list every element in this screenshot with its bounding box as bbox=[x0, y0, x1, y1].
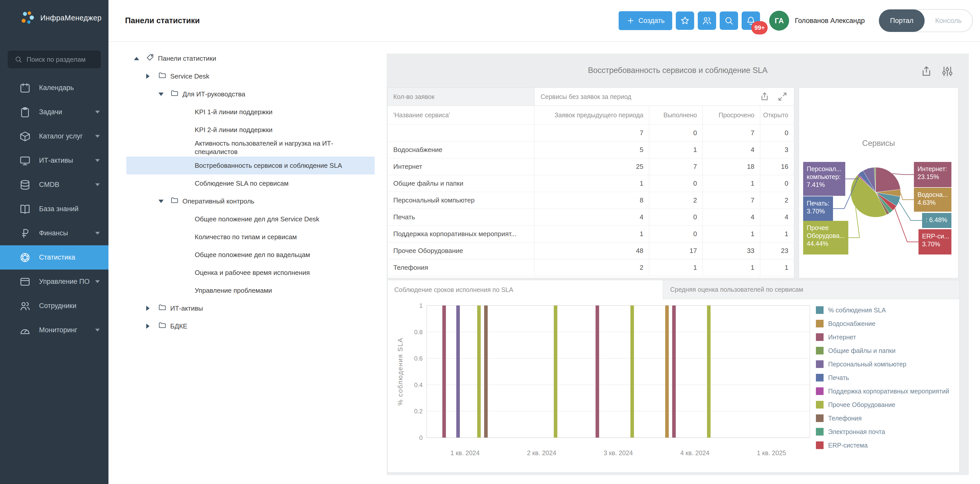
table-cell: 7 bbox=[649, 159, 703, 175]
tab-sla-compliance[interactable]: Соблюдение сроков исполнения по SLA bbox=[388, 280, 663, 299]
toggle-portal[interactable]: Портал bbox=[879, 10, 925, 32]
tree-item[interactable]: KPI 1-й линии поддержки bbox=[126, 103, 375, 121]
pie-callout-label: Прочее bbox=[807, 224, 829, 231]
brand: ИнфраМенеджер bbox=[19, 10, 102, 25]
table-cell: 33 bbox=[703, 243, 760, 259]
tree-item[interactable]: БДКЕ bbox=[126, 317, 375, 335]
export-icon[interactable] bbox=[920, 65, 933, 78]
tree-item[interactable]: Активность пользователей и нагрузка на И… bbox=[126, 139, 375, 157]
export-icon[interactable] bbox=[759, 91, 770, 102]
legend-item[interactable]: Поддержка корпоративных мероприятий bbox=[816, 387, 949, 395]
tree-item-label: ИТ-активы bbox=[170, 304, 203, 313]
settings-sliders-icon[interactable] bbox=[941, 65, 954, 78]
table-cell: 0 bbox=[649, 226, 703, 243]
tree-item[interactable]: Общее положение дел по вадельцам bbox=[126, 246, 375, 264]
legend-item[interactable]: Персональный компьютер bbox=[816, 360, 949, 368]
users-button[interactable] bbox=[698, 11, 716, 30]
legend-item[interactable]: Телефония bbox=[816, 414, 949, 422]
sidebar-item[interactable]: Статистика bbox=[0, 245, 108, 270]
tree-right-arrow-icon bbox=[146, 74, 150, 79]
table-cell: 3 bbox=[760, 141, 794, 159]
sidebar-item[interactable]: Каталог услуг bbox=[0, 124, 108, 148]
legend-item[interactable]: ERP-система bbox=[816, 441, 949, 449]
tree-item-label: Общее положение дел для Service Desk bbox=[195, 215, 319, 224]
table-cell: 16 bbox=[760, 159, 794, 175]
tree-item[interactable]: Оперативный контроль bbox=[126, 192, 375, 210]
table-cell: 8 bbox=[535, 192, 649, 209]
dashboard-title: Восстребованность сервисов и соблюдение … bbox=[387, 66, 969, 75]
services-icon bbox=[19, 130, 31, 142]
sidebar-item[interactable]: CMDB bbox=[0, 173, 108, 197]
y-axis-label: % соблюдения SLA bbox=[396, 338, 404, 406]
pie-callout-label: Интернет: bbox=[918, 165, 947, 172]
legend-item[interactable]: Интернет bbox=[816, 333, 949, 341]
tree-down-arrow-icon bbox=[159, 200, 164, 203]
sidebar-item[interactable]: Календарь bbox=[0, 76, 108, 100]
finance-icon bbox=[19, 227, 31, 239]
table-cell: 7 bbox=[703, 192, 760, 209]
table-cell: 18 bbox=[703, 159, 760, 175]
search-placeholder: Поиск по разделам bbox=[27, 56, 86, 63]
service-name-cell: Водоснабжение bbox=[388, 141, 535, 159]
legend-item[interactable]: Печать bbox=[816, 374, 949, 381]
tree-item[interactable]: Управление проблемами bbox=[126, 281, 375, 299]
tree-item[interactable]: KPI 2-й линии поддержки bbox=[126, 121, 375, 139]
legend-label: Телефония bbox=[828, 415, 862, 422]
legend-item[interactable]: Общие файлы и папки bbox=[816, 347, 949, 354]
tab-request-count[interactable]: Кол-во заявок bbox=[388, 88, 535, 106]
y-tick-label: 0.6 bbox=[414, 355, 423, 362]
sidebar-item[interactable]: Мониторинг bbox=[0, 318, 108, 342]
cmdb-icon bbox=[19, 179, 31, 191]
tree-item-label: Оперативный контроль bbox=[183, 197, 255, 206]
sla-bar-chart: 00.20.40.60.81% соблюдения SLA1 кв. 2024… bbox=[388, 299, 815, 472]
tab-services-without-requests[interactable]: Сервисы без заявок за период bbox=[535, 88, 794, 106]
service-name-cell: Общие файлы и папки bbox=[388, 175, 535, 192]
tree-item[interactable]: Количество по типам и сервисам bbox=[126, 228, 375, 246]
knowledge-base-icon bbox=[19, 203, 31, 215]
create-button[interactable]: Создать bbox=[619, 11, 673, 30]
legend-item[interactable]: % соблюдения SLA bbox=[816, 306, 949, 314]
notifications-button[interactable]: 99+ bbox=[741, 11, 760, 30]
table-cell: 1 bbox=[535, 175, 649, 192]
legend-swatch bbox=[816, 360, 824, 368]
avatar[interactable]: ГА bbox=[769, 11, 789, 30]
service-name-cell: Печать bbox=[388, 209, 535, 226]
tree-item[interactable]: Востребованность сервисов и соблюдение S… bbox=[126, 157, 375, 175]
sidebar-item[interactable]: Финансы bbox=[0, 221, 108, 245]
toggle-console[interactable]: Консоль bbox=[924, 17, 972, 25]
legend-item[interactable]: Электронная почта bbox=[816, 428, 949, 436]
fullscreen-icon[interactable] bbox=[777, 91, 788, 102]
chart-tabs: Соблюдение сроков исполнения по SLA Сред… bbox=[388, 280, 959, 299]
service-name-cell: Прочее Оборудование bbox=[388, 243, 535, 259]
sidebar-item[interactable]: Сотрудники bbox=[0, 294, 108, 318]
pie-callout-line bbox=[900, 193, 914, 200]
legend-swatch bbox=[816, 333, 824, 341]
table-cell: 7 bbox=[535, 125, 649, 141]
sidebar-item[interactable]: ИТ-активы bbox=[0, 148, 108, 173]
tab-user-rating[interactable]: Средняя оценка пользователей по сервисам bbox=[663, 280, 959, 299]
sidebar-item[interactable]: Задачи bbox=[0, 100, 108, 124]
legend-swatch bbox=[816, 306, 824, 314]
legend-swatch bbox=[816, 347, 824, 354]
tree-item[interactable]: Для ИТ-руководства bbox=[126, 85, 375, 103]
tree-item[interactable]: Оценка и рабочее время исполнения bbox=[126, 264, 375, 281]
tree-item[interactable]: ИТ-активы bbox=[126, 299, 375, 317]
table-cell: 4 bbox=[703, 209, 760, 226]
requests-table-panel: Кол-во заявок Сервисы без заявок за пери… bbox=[387, 87, 794, 278]
table-cell: 7 bbox=[703, 125, 760, 141]
sidebar-item[interactable]: Управление ПО bbox=[0, 270, 108, 294]
legend-item[interactable]: Прочее Оборудование bbox=[816, 401, 949, 408]
legend-swatch bbox=[816, 441, 824, 449]
search-button[interactable] bbox=[720, 11, 738, 30]
legend-item[interactable]: Водоснабжение bbox=[816, 320, 949, 327]
chevron-left-icon bbox=[111, 446, 119, 453]
sidebar-item[interactable]: База знаний bbox=[0, 197, 108, 221]
tree-item[interactable]: Соблюдение SLA по сервисам bbox=[126, 175, 375, 192]
tree-item[interactable]: Панели статистики bbox=[126, 49, 375, 67]
favorites-button[interactable] bbox=[676, 11, 694, 30]
tree-item[interactable]: Service Desk bbox=[126, 67, 375, 85]
bar bbox=[484, 306, 488, 438]
tree-item[interactable]: Общее положение дел для Service Desk bbox=[126, 210, 375, 228]
sections-search-input[interactable]: Поиск по разделам bbox=[8, 51, 101, 68]
chart-body: 00.20.40.60.81% соблюдения SLA1 кв. 2024… bbox=[388, 299, 959, 472]
